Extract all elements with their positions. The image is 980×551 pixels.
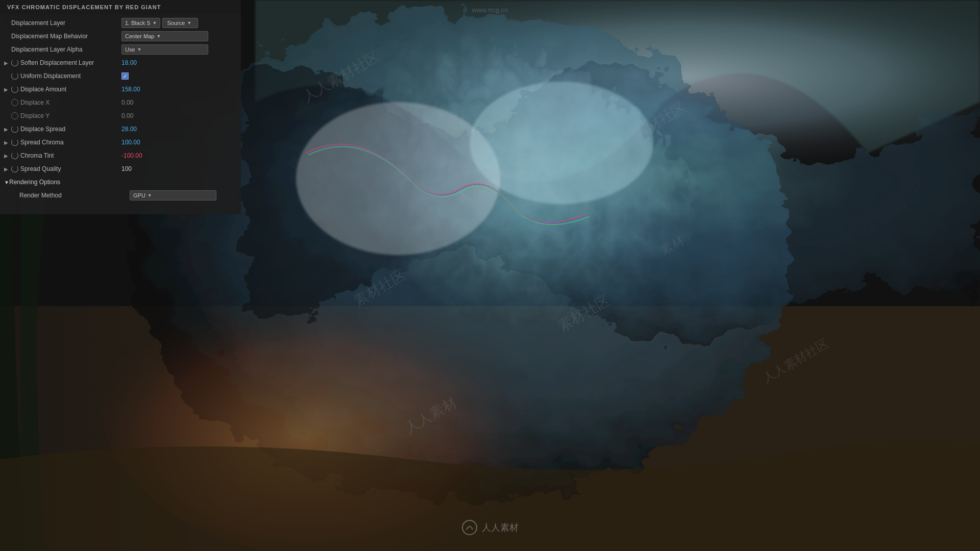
cycle-icon-uniform (11, 72, 18, 80)
displacement-layer-value: 1. Black S (125, 20, 151, 26)
displace-x-value[interactable]: 0.00 (121, 99, 237, 106)
uniform-displacement-label: Uniform Displacement (4, 72, 121, 80)
spread-quality-text: Spread Quality (20, 165, 61, 172)
uniform-displacement-text: Uniform Displacement (20, 72, 81, 80)
displacement-map-behavior-text: Displacement Map Behavior (11, 33, 88, 40)
expand-arrow-6[interactable]: ▶ (4, 87, 9, 92)
displacement-layer-row: Displacement Layer 1. Black S ▼ Source ▼ (0, 16, 241, 30)
effects-panel: VFX CHROMATIC DISPLACEMENT BY RED GIANT … (0, 0, 241, 214)
panel-content: Displacement Layer 1. Black S ▼ Source ▼… (0, 14, 241, 204)
svg-point-6 (296, 102, 500, 255)
expand-arrow-12[interactable]: ▶ (4, 166, 9, 172)
cycle-icon-amount (11, 86, 18, 93)
render-method-row: Render Method GPU ▼ (0, 189, 241, 202)
displace-y-text: Displace Y (20, 112, 50, 119)
cycle-icon-chroma (11, 139, 18, 146)
displacement-layer-dropdown[interactable]: 1. Black S ▼ (121, 18, 160, 28)
render-method-value: GPU (133, 192, 145, 198)
displace-y-value[interactable]: 0.00 (121, 112, 237, 119)
spread-quality-row: ▶ Spread Quality 100 (0, 162, 241, 176)
displacement-map-behavior-label: Displacement Map Behavior (4, 33, 121, 40)
cycle-icon-quality (11, 165, 18, 172)
spread-chroma-text: Spread Chroma (20, 139, 64, 146)
displacement-layer-alpha-dropdown[interactable]: Use ▼ (121, 44, 208, 55)
spread-quality-label: ▶ Spread Quality (4, 165, 121, 172)
chroma-tint-row: ▶ Chroma Tint -100.00 (0, 149, 241, 162)
soften-displacement-layer-row: ▶ Soften Displacement Layer 18.00 (0, 56, 241, 69)
chroma-tint-text: Chroma Tint (20, 152, 54, 159)
uniform-displacement-checkbox[interactable]: ✓ (121, 72, 129, 80)
displace-x-text: Displace X (20, 99, 50, 106)
displacement-layer-alpha-value: Use (125, 46, 135, 53)
displace-spread-value[interactable]: 28.00 (121, 126, 237, 133)
displacement-map-behavior-value: Center Map (125, 33, 154, 39)
rendering-options-text: Rendering Options (9, 179, 60, 186)
displace-amount-label: ▶ Displace Amount (4, 86, 121, 93)
render-method-label: Render Method (12, 192, 130, 199)
displace-spread-row: ▶ Displace Spread 28.00 (0, 122, 241, 136)
displace-y-row: Displace Y 0.00 (0, 109, 241, 122)
chevron-down-icon-4: ▼ (137, 47, 142, 52)
expand-arrow-10[interactable]: ▶ (4, 140, 9, 145)
displacement-layer-text: Displacement Layer (11, 19, 65, 27)
displacement-layer-alpha-row: Displacement Layer Alpha Use ▼ (0, 43, 241, 56)
spread-quality-value[interactable]: 100 (121, 165, 237, 172)
cycle-icon-soften (11, 59, 18, 66)
chroma-tint-value[interactable]: -100.00 (121, 152, 237, 159)
spread-chroma-label: ▶ Spread Chroma (4, 139, 121, 146)
expand-arrow-11[interactable]: ▶ (4, 153, 9, 159)
render-method-text: Render Method (19, 192, 62, 199)
bottom-watermark: 人人素材 (461, 519, 519, 536)
render-method-dropdown[interactable]: GPU ▼ (130, 190, 216, 201)
displace-amount-row: ▶ Displace Amount 158.00 (0, 83, 241, 96)
displacement-layer-controls: 1. Black S ▼ Source ▼ (121, 18, 237, 28)
spread-chroma-row: ▶ Spread Chroma 100.00 (0, 136, 241, 149)
displace-spread-text: Displace Spread (20, 126, 65, 133)
soften-displacement-layer-text: Soften Displacement Layer (20, 59, 94, 66)
cycle-icon-x (11, 99, 18, 106)
cycle-icon-y (11, 112, 18, 119)
panel-title: VFX CHROMATIC DISPLACEMENT BY RED GIANT (0, 0, 241, 14)
chevron-down-icon-5: ▼ (148, 193, 152, 198)
cycle-icon-spread (11, 126, 18, 133)
displace-spread-label: ▶ Displace Spread (4, 126, 121, 133)
soften-displacement-layer-value[interactable]: 18.00 (121, 59, 237, 66)
collapse-arrow: ▼ (4, 180, 9, 185)
displacement-layer-alpha-label: Displacement Layer Alpha (4, 46, 121, 53)
rendering-options-header[interactable]: ▼ Rendering Options (0, 176, 241, 189)
displace-amount-value[interactable]: 158.00 (121, 86, 237, 93)
source-dropdown[interactable]: Source ▼ (162, 18, 198, 28)
svg-point-17 (462, 520, 477, 535)
chroma-tint-label: ▶ Chroma Tint (4, 152, 121, 159)
displacement-map-behavior-dropdown[interactable]: Center Map ▼ (121, 31, 208, 41)
displace-y-label: Displace Y (4, 112, 121, 119)
chevron-down-icon-3: ▼ (156, 34, 161, 39)
displace-amount-text: Displace Amount (20, 86, 66, 93)
source-label: Source (167, 20, 185, 26)
spread-chroma-value[interactable]: 100.00 (121, 139, 237, 146)
displacement-map-behavior-row: Displacement Map Behavior Center Map ▼ (0, 30, 241, 43)
bottom-watermark-text: 人人素材 (482, 521, 519, 534)
watermark-logo-icon (461, 519, 478, 536)
expand-arrow-4[interactable]: ▶ (4, 60, 9, 66)
chevron-down-icon-2: ▼ (187, 20, 191, 26)
cycle-icon-tint (11, 152, 18, 159)
expand-arrow-9[interactable]: ▶ (4, 127, 9, 132)
displacement-layer-label: Displacement Layer (4, 19, 121, 27)
svg-point-7 (470, 82, 653, 204)
uniform-displacement-row: Uniform Displacement ✓ (0, 69, 241, 83)
displace-x-row: Displace X 0.00 (0, 96, 241, 109)
displacement-layer-alpha-text: Displacement Layer Alpha (11, 46, 82, 53)
top-watermark: www.rrcg.cn (472, 6, 508, 14)
displace-x-label: Displace X (4, 99, 121, 106)
soften-displacement-layer-label: ▶ Soften Displacement Layer (4, 59, 121, 66)
chevron-down-icon: ▼ (153, 20, 157, 26)
